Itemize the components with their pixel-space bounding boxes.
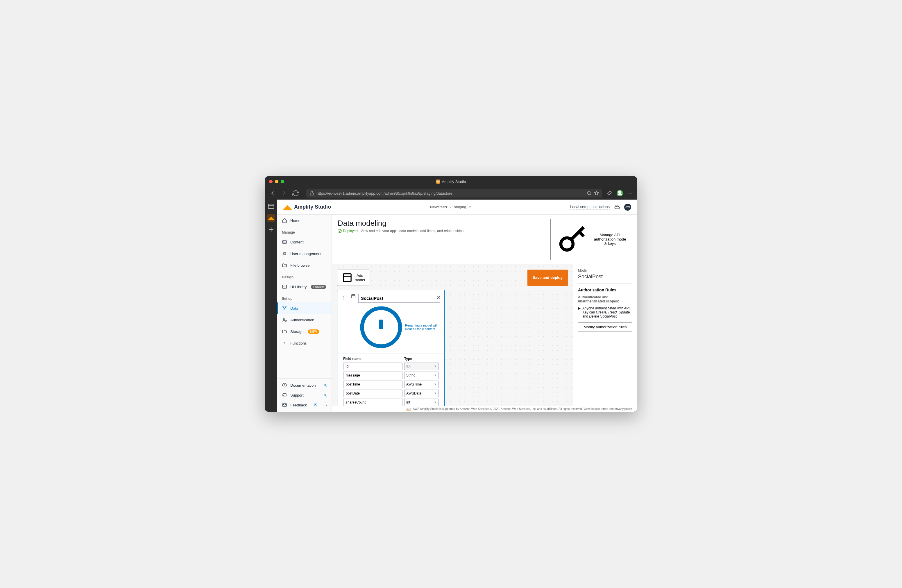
back-button[interactable]	[269, 190, 276, 197]
rail-amplify-tab[interactable]: ◢◣	[267, 214, 275, 222]
field-type-select[interactable]: Int▼	[404, 399, 438, 406]
app-sidebar: Home Manage Content User management File…	[277, 215, 332, 412]
breadcrumb-project[interactable]: Newsfeed	[430, 205, 447, 209]
amplify-icon	[436, 180, 440, 184]
sidebar-item-support[interactable]: Support ⇱	[277, 390, 332, 400]
arrow-right-icon: ▶	[578, 306, 581, 318]
sidebar-label: File browser	[290, 263, 311, 267]
field-name-input[interactable]	[343, 381, 402, 388]
sidebar-section-setup: Set up	[277, 292, 332, 302]
sidebar-item-feedback[interactable]: Feedback ⇱	[277, 400, 322, 410]
manage-api-button[interactable]: Manage API authorization mode & keys	[550, 219, 631, 260]
sidebar-section-manage: Manage	[277, 226, 332, 236]
lock-icon	[309, 191, 315, 196]
support-icon	[282, 393, 287, 398]
field-name-input[interactable]	[343, 399, 402, 406]
field-name-input[interactable]	[343, 389, 402, 397]
sidebar-label: Documentation	[290, 383, 316, 388]
auth-rule-item[interactable]: ▶ Anyone authenticated with API Key can …	[578, 306, 632, 318]
app-header: ◢◣ Amplify Studio Newsfeed › staging ▾ L…	[277, 200, 637, 215]
sidebar-item-user-management[interactable]: User management	[277, 248, 332, 260]
svg-point-4	[631, 193, 632, 194]
field-type-select[interactable]: AWSDate▼	[404, 389, 438, 397]
sidebar-item-authentication[interactable]: Authentication	[277, 314, 332, 326]
extensions-icon[interactable]	[607, 191, 612, 196]
window-title-text: Amplify Studio	[442, 180, 466, 184]
mail-icon	[282, 402, 287, 408]
titlebar: Amplify Studio	[265, 176, 637, 187]
sidebar-item-functions[interactable]: λ Functions	[277, 337, 332, 349]
field-type-select[interactable]: String▼	[404, 372, 438, 379]
field-row: Int▼	[343, 399, 438, 406]
sidebar-label: User management	[290, 252, 321, 256]
sidebar-label: Data	[290, 306, 298, 311]
sidebar-item-documentation[interactable]: Documentation ⇱	[277, 380, 332, 390]
browser-toolbar: https://eu-west-1.admin.amplifyapp.com/a…	[265, 187, 637, 200]
deployed-status: Deployed	[338, 229, 358, 233]
model-name-input[interactable]	[358, 294, 440, 303]
svg-point-18	[338, 229, 341, 233]
sidebar-label: Support	[290, 393, 304, 397]
add-model-button[interactable]: Add model	[337, 270, 370, 286]
window-title: Amplify Studio	[436, 180, 466, 184]
breadcrumb-env[interactable]: staging	[454, 205, 466, 209]
chevron-down-icon[interactable]: ▾	[469, 205, 471, 209]
page-subtitle: View and edit your app's data models, ad…	[361, 229, 465, 233]
rail-add-button[interactable]	[267, 226, 275, 233]
sidebar-item-home[interactable]: Home	[277, 215, 332, 226]
cloud-sync-icon[interactable]	[614, 204, 620, 210]
folder-icon	[282, 263, 287, 268]
sidebar-item-file-browser[interactable]: File browser	[277, 260, 332, 271]
external-link-icon: ⇱	[314, 403, 317, 407]
brand-text: Amplify Studio	[294, 204, 331, 210]
rail-tabs-icon[interactable]	[267, 202, 275, 210]
preview-badge: Preview	[311, 285, 326, 289]
field-row: AWSTime▼	[343, 381, 438, 388]
chevron-down-icon: ▼	[434, 383, 437, 386]
model-canvas[interactable]: Add model Save and deploy ⋮⋮	[332, 264, 573, 406]
forward-button[interactable]	[281, 190, 288, 197]
sidebar-label: Feedback	[290, 403, 307, 407]
sidebar-item-data[interactable]: Data	[277, 302, 332, 314]
panel-model-name: SocialPost	[578, 274, 632, 283]
sidebar-label: UI Library	[290, 285, 307, 289]
sidebar-item-ui-library[interactable]: UI Library Preview	[277, 281, 332, 292]
close-icon[interactable]: ✕	[437, 294, 441, 301]
profile-icon[interactable]	[617, 190, 623, 196]
sidebar-item-storage[interactable]: Storage NEW	[277, 326, 332, 337]
local-setup-link[interactable]: Local setup instructions	[570, 205, 610, 210]
warning-text: Renaming a model will clear all table co…	[405, 324, 440, 331]
collapse-sidebar-button[interactable]: ‹	[322, 402, 332, 408]
zoom-icon[interactable]	[586, 191, 592, 196]
amplify-logo[interactable]: ◢◣ Amplify Studio	[283, 204, 331, 211]
more-icon[interactable]	[628, 191, 633, 196]
rule-and: and	[583, 314, 589, 318]
browser-window: Amplify Studio https://eu-west-1.admin.a…	[265, 176, 637, 412]
user-avatar[interactable]: AW	[624, 204, 631, 211]
reload-button[interactable]	[292, 190, 299, 197]
field-row: String▼	[343, 372, 438, 379]
address-bar[interactable]: https://eu-west-1.admin.amplifyapp.com/a…	[306, 189, 602, 197]
favorite-icon[interactable]	[594, 191, 599, 196]
status-text: Deployed	[343, 229, 358, 233]
traffic-lights	[269, 180, 284, 183]
modify-auth-rules-button[interactable]: Modify authorization rules	[578, 322, 632, 332]
field-type-select[interactable]: AWSTime▼	[404, 381, 438, 388]
sidebar-label: Content	[290, 240, 304, 244]
drag-handle-icon[interactable]: ⋮⋮	[341, 294, 348, 300]
save-deploy-button[interactable]: Save and deploy	[528, 270, 568, 286]
field-name-input[interactable]	[343, 372, 402, 379]
maximize-window-button[interactable]	[281, 180, 284, 183]
url-text: https://eu-west-1.admin.amplifyapp.com/a…	[317, 191, 584, 195]
field-name-input[interactable]	[343, 363, 402, 370]
close-window-button[interactable]	[269, 180, 272, 183]
svg-point-1	[587, 191, 590, 195]
svg-point-8	[285, 253, 286, 254]
svg-rect-10	[283, 306, 284, 307]
sidebar-item-content[interactable]: Content	[277, 236, 332, 248]
svg-rect-17	[282, 403, 287, 407]
minimize-window-button[interactable]	[275, 180, 279, 183]
scopes-subheading: Authenticated and unauthenticated scopes…	[578, 295, 632, 303]
properties-panel: Model SocialPost Authorization Rules Aut…	[573, 264, 637, 406]
svg-rect-21	[352, 295, 355, 298]
